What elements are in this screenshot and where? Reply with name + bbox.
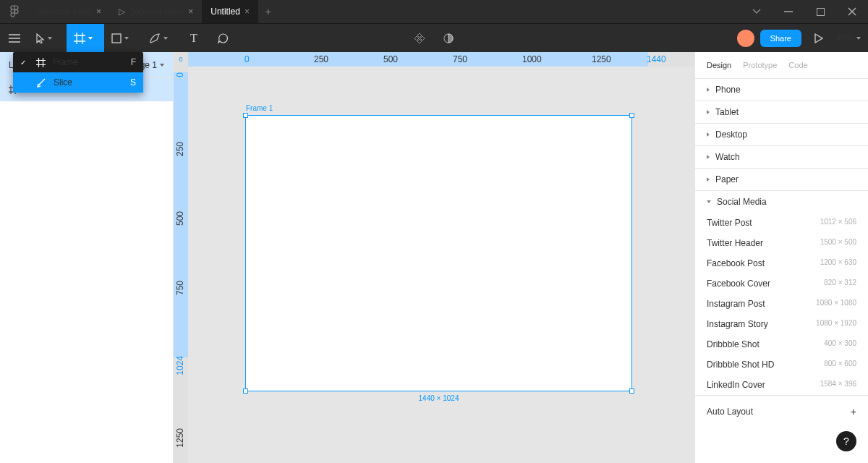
window-controls — [741, 0, 868, 23]
preset-group-watch[interactable]: Watch — [695, 146, 868, 168]
preset-name: Twitter Post — [707, 218, 752, 228]
dropdown-item-frame[interactable]: ✓ Frame F — [13, 52, 143, 72]
preset-group-label: Paper — [715, 174, 739, 184]
component-icon[interactable] — [405, 24, 434, 53]
auto-layout-section[interactable]: Auto Layout + — [695, 396, 868, 428]
auto-layout-label: Auto Layout — [707, 407, 753, 417]
close-icon[interactable]: × — [188, 7, 193, 17]
left-panel: La… …ge 1 … ✓ Frame F Slice S — [0, 52, 174, 463]
zoom-control[interactable]: 42% — [836, 33, 861, 43]
preset-item[interactable]: Dribbble Shot400 × 300 — [695, 334, 868, 354]
dropdown-shortcut: S — [130, 77, 136, 88]
dropdown-item-slice[interactable]: Slice S — [13, 72, 143, 93]
new-tab-button[interactable]: + — [258, 0, 278, 23]
right-panel-tabs: Design Prototype Code — [695, 52, 868, 79]
avatar[interactable] — [737, 30, 754, 47]
preset-item[interactable]: Dribbble Shot HD800 × 600 — [695, 354, 868, 375]
chevron-icon — [707, 177, 710, 182]
preset-group-social-media[interactable]: Social Media — [695, 191, 868, 213]
frame-dimensions: 1440 × 1024 — [419, 394, 459, 402]
share-button[interactable]: Share — [760, 30, 801, 47]
maximize-icon[interactable] — [804, 0, 836, 23]
frame-label[interactable]: Frame 1 — [246, 104, 273, 112]
help-button[interactable]: ? — [836, 431, 856, 451]
check-icon: ✓ — [20, 59, 29, 67]
preset-dimensions: 1584 × 396 — [820, 380, 856, 390]
close-icon[interactable]: × — [244, 7, 250, 17]
preset-dimensions: 1500 × 500 — [820, 238, 856, 248]
pen-tool[interactable] — [142, 24, 179, 53]
right-panel: Design Prototype Code PhoneTabletDesktop… — [694, 52, 868, 463]
tab-label: Золотое руно — [129, 7, 184, 17]
close-window-icon[interactable] — [836, 0, 868, 23]
ruler-vertical: 025050075010241250 — [174, 67, 188, 463]
preset-group-phone[interactable]: Phone — [695, 79, 868, 101]
chevron-icon — [707, 110, 710, 114]
preset-item[interactable]: Instagram Story1080 × 1920 — [695, 314, 868, 334]
preset-group-label: Watch — [715, 152, 740, 162]
preset-item[interactable]: Instagram Post1080 × 1080 — [695, 294, 868, 314]
preset-name: Instagram Story — [707, 319, 768, 329]
comment-tool[interactable] — [208, 24, 237, 53]
preset-item[interactable]: Facebook Post1200 × 630 — [695, 253, 868, 273]
minimize-icon[interactable] — [773, 0, 804, 23]
preset-item[interactable]: LinkedIn Cover1584 × 396 — [695, 375, 868, 395]
chevron-icon — [707, 88, 710, 92]
svg-rect-3 — [112, 34, 121, 43]
tab-code[interactable]: Code — [788, 61, 807, 69]
preset-group-label: Phone — [715, 85, 741, 95]
resize-handle[interactable] — [629, 113, 634, 118]
preset-group-label: Tablet — [715, 107, 739, 117]
text-tool[interactable]: T — [179, 24, 208, 53]
menu-button[interactable] — [0, 24, 29, 53]
preset-group-desktop[interactable]: Desktop — [695, 124, 868, 145]
preset-name: LinkedIn Cover — [707, 380, 765, 390]
preset-group-paper[interactable]: Paper — [695, 169, 868, 190]
preset-dimensions: 1080 × 1920 — [816, 319, 856, 329]
present-button[interactable] — [807, 24, 830, 53]
close-icon[interactable]: × — [96, 7, 101, 17]
frame-tool-dropdown: ✓ Frame F Slice S — [13, 52, 143, 93]
shape-tool[interactable] — [104, 24, 142, 53]
canvas[interactable]: 0 025050075010001250144017 0250500750102… — [174, 52, 694, 463]
tab-prototype[interactable]: Prototype — [743, 61, 777, 69]
dropdown-label: Frame — [53, 57, 78, 67]
preset-group-label: Desktop — [715, 129, 747, 140]
dropdown-shortcut: F — [131, 57, 136, 67]
ruler-horizontal: 025050075010001250144017 — [188, 52, 694, 67]
move-tool[interactable] — [29, 24, 67, 53]
preset-dimensions: 820 × 312 — [824, 279, 856, 289]
toolbar: T Share 42% — [0, 23, 868, 52]
mask-icon[interactable] — [434, 24, 463, 53]
preset-name: Instagram Post — [707, 299, 765, 309]
preset-item[interactable]: Twitter Header1500 × 500 — [695, 233, 868, 253]
preset-group-tablet[interactable]: Tablet — [695, 101, 868, 123]
ruler-origin[interactable]: 0 — [174, 52, 188, 67]
preset-dimensions: 400 × 300 — [824, 339, 856, 349]
tab-label: Золотое руно — [38, 7, 92, 17]
file-tab-active[interactable]: Untitled × — [202, 0, 258, 23]
svg-rect-2 — [817, 8, 824, 15]
preset-name: Facebook Post — [707, 258, 765, 268]
preset-dimensions: 1012 × 506 — [820, 218, 856, 228]
preset-item[interactable]: Facebook Cover820 × 312 — [695, 273, 868, 294]
chevron-down-icon[interactable] — [741, 0, 773, 23]
frame-icon — [36, 58, 46, 67]
plus-icon[interactable]: + — [851, 406, 856, 417]
file-tab[interactable]: ▷ Золотое руно × — [110, 0, 202, 23]
preset-dimensions: 1200 × 630 — [820, 258, 856, 268]
file-tab[interactable]: Золотое руно × — [29, 0, 110, 23]
preset-name: Twitter Header — [707, 238, 763, 248]
figma-logo-icon[interactable] — [0, 5, 29, 18]
titlebar: Золотое руно × ▷ Золотое руно × Untitled… — [0, 0, 868, 23]
resize-handle[interactable] — [629, 388, 634, 394]
tab-design[interactable]: Design — [707, 61, 731, 69]
preset-name: Dribbble Shot — [707, 339, 760, 349]
chevron-icon — [707, 200, 711, 203]
frame-on-canvas[interactable]: Frame 1 1440 × 1024 — [246, 116, 631, 391]
resize-handle[interactable] — [243, 388, 248, 394]
frame-tool[interactable] — [67, 24, 104, 53]
preset-item[interactable]: Twitter Post1012 × 506 — [695, 213, 868, 233]
preset-dimensions: 1080 × 1080 — [816, 299, 856, 309]
resize-handle[interactable] — [243, 113, 248, 118]
